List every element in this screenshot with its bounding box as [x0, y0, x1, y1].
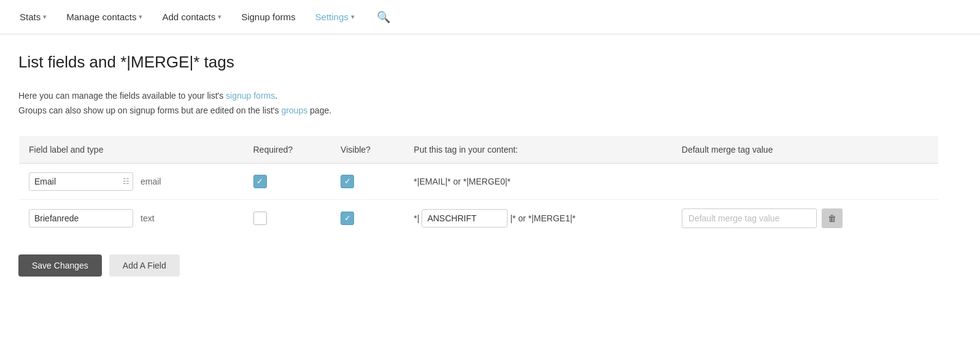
- nav-label-stats: Stats: [20, 12, 41, 22]
- col-merge-tag: Put this tag in your content:: [404, 136, 671, 163]
- briefanrede-default-cell: 🗑: [672, 199, 939, 237]
- action-bar: Save Changes Add A Field: [18, 254, 939, 277]
- table-row: text ✓ *| |* or *|MERGE1|*: [19, 199, 939, 237]
- default-merge-input-briefanrede[interactable]: [682, 208, 817, 228]
- checkmark-icon: ✓: [257, 177, 263, 186]
- description-line2-text: Groups can also show up on signup forms …: [18, 105, 281, 115]
- briefanrede-field-cell: text: [19, 199, 244, 237]
- briefanrede-field-type: text: [141, 213, 155, 223]
- page-content: List fields and *|MERGE|* tags Here you …: [0, 34, 957, 301]
- search-icon[interactable]: 🔍: [372, 6, 395, 29]
- signup-forms-link[interactable]: signup forms: [226, 91, 275, 101]
- nav-label-add-contacts: Add contacts: [162, 12, 215, 22]
- briefanrede-input-wrapper: [29, 209, 133, 227]
- visible-checkbox-briefanrede[interactable]: ✓: [341, 212, 354, 225]
- col-required: Required?: [244, 136, 331, 163]
- nav-label-signup-forms: Signup forms: [241, 12, 295, 22]
- nav-label-manage-contacts: Manage contacts: [66, 12, 136, 22]
- nav-bar: Stats ▾ Manage contacts ▾ Add contacts ▾…: [0, 0, 980, 34]
- nav-item-settings[interactable]: Settings ▾: [308, 7, 362, 27]
- email-visible-cell: ✓: [331, 163, 404, 199]
- checkmark-icon: ✓: [344, 177, 351, 186]
- delete-button-briefanrede[interactable]: 🗑: [822, 208, 843, 228]
- table-header-row: Field label and type Required? Visible? …: [19, 136, 939, 163]
- nav-item-stats[interactable]: Stats ▾: [12, 7, 54, 27]
- briefanrede-field-input[interactable]: [29, 209, 133, 227]
- chevron-down-icon: ▾: [351, 13, 355, 21]
- nav-item-signup-forms[interactable]: Signup forms: [234, 7, 303, 27]
- email-merge-tag-cell: *|EMAIL|* or *|MERGE0|*: [404, 163, 671, 199]
- description-line1-end: .: [275, 91, 277, 101]
- groups-link[interactable]: groups: [281, 105, 307, 115]
- merge-prefix-email: *|EMAIL|* or *|MERGE0|*: [414, 177, 511, 186]
- checkmark-icon: ✓: [344, 213, 351, 223]
- table-row: ☷ email ✓ ✓ *|EMAIL: [19, 163, 939, 199]
- description-line2-end: page.: [307, 105, 331, 115]
- col-field-label: Field label and type: [19, 136, 244, 163]
- email-field-type: email: [141, 177, 161, 186]
- add-field-button[interactable]: Add A Field: [109, 254, 180, 277]
- fields-table: Field label and type Required? Visible? …: [18, 136, 939, 237]
- required-checkbox-briefanrede[interactable]: [253, 212, 267, 225]
- email-field-cell: ☷ email: [19, 163, 244, 199]
- trash-icon: 🗑: [828, 213, 836, 223]
- col-visible: Visible?: [331, 136, 404, 163]
- briefanrede-merge-tag-cell: *| |* or *|MERGE1|*: [404, 199, 671, 237]
- merge-prefix-briefanrede: *|: [414, 213, 419, 223]
- description: Here you can manage the fields available…: [18, 89, 939, 118]
- page-title: List fields and *|MERGE|* tags: [18, 53, 939, 72]
- merge-tag-input-briefanrede[interactable]: [422, 209, 507, 227]
- briefanrede-required-cell: [244, 199, 331, 237]
- briefanrede-visible-cell: ✓: [331, 199, 404, 237]
- nav-item-manage-contacts[interactable]: Manage contacts ▾: [59, 7, 150, 27]
- description-line1-text: Here you can manage the fields available…: [18, 91, 226, 101]
- email-input-wrapper: ☷: [29, 172, 133, 191]
- save-changes-button[interactable]: Save Changes: [18, 254, 102, 277]
- visible-checkbox-email[interactable]: ✓: [341, 175, 354, 188]
- merge-suffix-briefanrede: |* or *|MERGE1|*: [510, 213, 576, 223]
- nav-item-add-contacts[interactable]: Add contacts ▾: [155, 7, 229, 27]
- email-default-cell: [672, 163, 939, 199]
- chevron-down-icon: ▾: [43, 13, 47, 21]
- nav-label-settings: Settings: [315, 12, 349, 22]
- col-default-value: Default merge tag value: [672, 136, 939, 163]
- email-required-cell: ✓: [244, 163, 331, 199]
- email-field-input[interactable]: [29, 172, 133, 191]
- chevron-down-icon: ▾: [139, 13, 142, 21]
- required-checkbox-email: ✓: [253, 175, 267, 188]
- chevron-down-icon: ▾: [218, 13, 222, 21]
